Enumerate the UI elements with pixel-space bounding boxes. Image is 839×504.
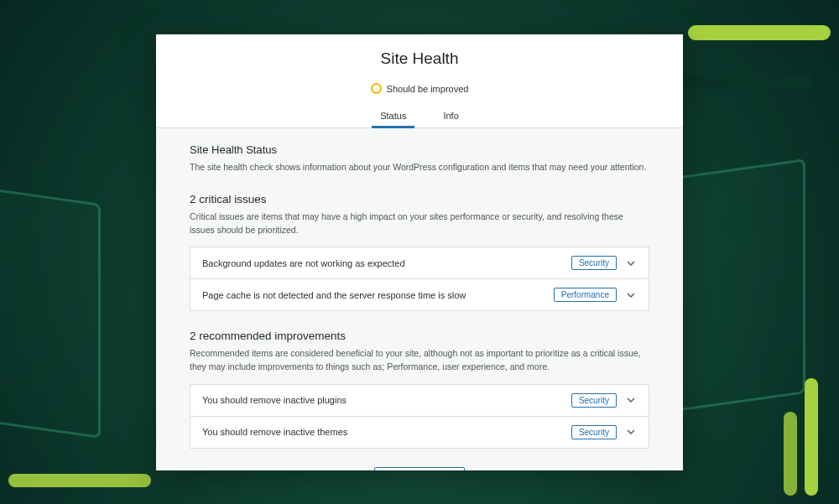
issue-row[interactable]: You should remove inactive plugins Secur…: [190, 385, 649, 417]
site-health-panel: Site Health Should be improved Status In…: [156, 34, 683, 470]
chevron-down-icon: [625, 289, 637, 301]
issue-title: Background updates are not working as ex…: [202, 258, 405, 268]
issue-badge: Security: [571, 425, 617, 439]
issue-row[interactable]: Page cache is not detected and the serve…: [190, 279, 649, 310]
recommended-list: You should remove inactive plugins Secur…: [190, 384, 649, 449]
overview-heading: Site Health Status: [190, 143, 649, 156]
issue-badge: Security: [571, 393, 617, 408]
status-label: Should be improved: [387, 84, 469, 94]
issue-title: You should remove inactive themes: [202, 427, 347, 437]
chevron-down-icon: [625, 257, 637, 269]
tabs: Status Info: [156, 106, 683, 128]
issue-title: You should remove inactive plugins: [202, 395, 347, 405]
status-circle-icon: [371, 83, 382, 94]
chevron-down-icon: [625, 426, 637, 438]
page-title: Site Health: [156, 49, 683, 68]
panel-body: Site Health Status The site health check…: [156, 128, 683, 470]
issue-title: Page cache is not detected and the serve…: [202, 290, 466, 300]
issue-row[interactable]: You should remove inactive themes Securi…: [190, 417, 649, 448]
chevron-down-icon: [625, 394, 637, 406]
status-indicator: Should be improved: [156, 83, 683, 94]
overview-desc: The site health check shows information …: [190, 161, 649, 174]
issue-badge: Performance: [554, 288, 617, 302]
issue-badge: Security: [571, 256, 617, 270]
tab-status[interactable]: Status: [377, 106, 409, 127]
panel-header: Site Health Should be improved Status In…: [156, 34, 683, 128]
recommended-desc: Recommended items are considered benefic…: [190, 347, 649, 374]
critical-desc: Critical issues are items that may have …: [190, 210, 649, 237]
passed-tests-button[interactable]: Passed tests: [374, 467, 466, 470]
critical-heading: 2 critical issues: [190, 193, 649, 205]
critical-issues-list: Background updates are not working as ex…: [190, 247, 649, 311]
issue-row[interactable]: Background updates are not working as ex…: [190, 247, 649, 279]
tab-info[interactable]: Info: [440, 106, 461, 127]
recommended-heading: 2 recommended improvements: [190, 330, 649, 342]
